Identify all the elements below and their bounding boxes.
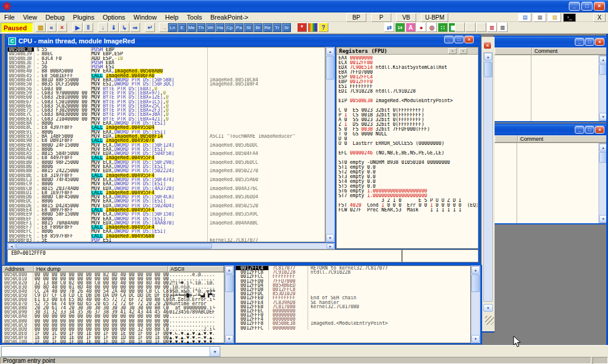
register-line[interactable]: O 0 LastErr ERROR_SUCCESS (00000000) [338,141,477,146]
disasm-row[interactable]: 00508EC9.8B06MOV EAX,DWORD PTR DS:[ESI] [8,182,325,186]
register-line[interactable]: A 0 SS 0023 32bit 0(FFFFFFFF) [338,118,477,122]
disasm-row[interactable]: 00508EF7.E8 F896F8FFCALL ImageRed.004955… [8,225,325,229]
register-line[interactable]: C 0 ES 0023 32bit 0(FFFFFFFF) [338,108,477,113]
plugin-button-vb[interactable]: VB [396,13,416,22]
hexdump-scrollbar[interactable]: ▲ ▼ [224,265,234,343]
menu-plugins[interactable]: Plugins [69,13,99,21]
plugin-button-ubpm[interactable]: U-BPM [421,13,448,22]
breakpoint-list-icon[interactable]: ≣ [487,23,497,32]
register-line[interactable]: ST5 empty 0.0 [338,184,477,189]
notes-icon[interactable]: ▤ [518,13,531,22]
register-line[interactable]: S 0 FS 003B 32bit 7FFDF000(FFF) [338,127,477,132]
register-line[interactable]: FCW 027F Prec NEAR,53 Mask 1 1 1 1 1 1 [338,208,477,213]
scroll-up-icon[interactable]: ▲ [471,266,480,274]
disasm-row[interactable]: 00508EFE.E8 8597F8FFCALL ImageRed.004956… [8,234,325,238]
register-line[interactable]: ST1 empty 0.0 [338,165,477,170]
menu-tools[interactable]: Tools [183,13,207,21]
register-line[interactable]: Z 1 DS 0023 32bit 0(FFFFFFFF) [338,122,477,127]
toolbar-wi-button[interactable]: Wi [206,23,215,32]
stack-pane[interactable]: 0012FFC47C817077RETURN to kernel32.7C817… [235,265,471,343]
close-button[interactable]: × [594,2,605,11]
stack-row[interactable]: 0012FFF800508E38ImageRed.<ModuleEntryPoi… [236,321,470,325]
stack-scrollbar[interactable]: ▲ ▼ [471,265,480,343]
pause-icon[interactable]: ‖ [83,23,93,32]
maximize-icon[interactable]: □ [585,126,594,134]
scroll-down-icon[interactable]: ▼ [326,234,334,242]
registers-next-icon[interactable]: ‹ [459,48,467,54]
stack-row[interactable]: 0012FFCCFFFFFFFF [236,274,470,278]
register-line[interactable]: EAX 00000000 [338,56,477,61]
calculator-icon[interactable]: ▦ [533,13,546,22]
hexdump-row[interactable]: 0050C00000 00 00 00 00 00 00 00 82 8D 40… [2,273,224,277]
scroll-down-icon[interactable]: ▼ [225,335,233,343]
disasm-row[interactable]: 00508E45.E8 56B1EFFFCALL ImageRed.00406F… [8,74,325,78]
console-icon[interactable]: ›_ [563,13,576,22]
disasm-row[interactable]: 00508E75.C683 F3020000 00MOV BYTE PTR DS… [8,108,325,112]
open-file-icon[interactable]: ▨ [36,23,46,32]
comment-window-2-titlebar[interactable]: _ □ × [495,125,608,135]
options-gear-icon[interactable]: * [297,23,307,32]
register-line[interactable]: ST3 empty 0.0 [338,175,477,179]
disasm-row[interactable]: 00508E6E.C683 5C020000 00MOV BYTE PTR DS… [8,104,325,108]
menu-help[interactable]: Help [161,13,183,21]
stack-row[interactable]: 0012FFD80012FFC8 [236,287,470,292]
main-titlebar[interactable]: _ □ × [0,0,608,12]
menu-debug[interactable]: Debug [41,13,68,21]
scroll-up-icon[interactable]: ▲ [326,48,334,55]
disasm-row[interactable]: 00508E91.8B06MOV EAX,DWORD PTR DS:[ESI] [8,130,325,134]
disasm-row[interactable]: 00508EA3.8B06MOV EAX,DWORD PTR DS:[ESI] [8,147,325,151]
disasm-row[interactable]: 00508E8A.8B06MOV EAX,DWORD PTR DS:[ESI] [8,121,325,125]
register-line[interactable]: P 1 CS 001B 32bit 0(FFFFFFFF) [338,113,477,118]
hexdump-row[interactable]: 0050C07052 75 6E 74 69 6D 65 20 65 72 72… [2,302,224,306]
disassembly-pane[interactable]: 00508E38$55PUSH EBP00508E39.8BECMOV EBP,… [7,47,325,242]
hexdump-row[interactable]: 0050C060E1 E3 00 E4 E5 8D 40 00 45 72 72… [2,297,224,302]
close-program-icon[interactable]: × [57,23,67,32]
toolbar-cp-button[interactable]: Cp [225,23,234,32]
register-line[interactable]: ST2 empty 0.0 [338,170,477,175]
blank-button[interactable] [476,23,486,32]
hexdump-row[interactable]: 0050C0E01F 00 1C 00 1F 00 1E 00 1F 00 1E… [2,331,224,335]
blank-button[interactable] [466,23,476,32]
disasm-row[interactable]: 00508EE4.E8 0B97F8FFCALL ImageRed.004955… [8,208,325,212]
disasm-row[interactable]: 00508EBE.E8 3197F8FFCALL ImageRed.004955… [8,173,325,178]
command-combobox[interactable]: ▼ [1,346,220,357]
disasm-row[interactable]: 00508E93.BA 14BF5000MOV EDX,ImageRed.005… [8,134,325,138]
scroll-up-icon[interactable]: ▲ [484,53,492,61]
toolbar-th-button[interactable]: Th [197,23,205,32]
disasm-row[interactable]: 00508EF1.8B15 70A84A00MOV EDX,DWORD PTR … [8,221,325,225]
disasm-row[interactable]: 00508E40.B8 B0BA5000MOV EAX,ImageRed.005… [8,69,325,73]
stack-row[interactable]: 0012FFD48054B6ED [236,283,470,287]
register-line[interactable] [338,156,477,160]
minimize-icon[interactable]: _ [444,36,454,43]
register-line[interactable]: ST4 empty 0.0 [338,179,477,184]
run-icon[interactable]: ▶ [72,23,83,32]
menu-breakpoint[interactable]: BreakPoint-> [206,13,252,21]
comment-window-1[interactable]: _ □ × Comment ▲ ▼ [493,36,608,122]
maximize-icon[interactable]: □ [454,36,464,43]
minimize-button[interactable]: _ [569,2,580,11]
stack-row[interactable]: 0012FFEC00000000 [236,309,470,313]
blank-button[interactable] [455,23,465,32]
menu-view[interactable]: View [19,13,42,21]
resize-grip[interactable] [485,316,494,325]
disasm-row[interactable]: 00508EFC.8B06MOV EAX,DWORD PTR DS:[ESI] [8,229,325,233]
register-line[interactable]: EDX 7C90E514 ntdll.KiFastSystemCallRet [338,65,477,70]
disasm-row[interactable]: 00508E8C.E8 4397F8FFCALL ImageRed.004955… [8,125,325,129]
minimize-icon[interactable]: _ [575,126,584,134]
disasm-row[interactable]: 00508EB8.8B15 24225000MOV EDX,DWORD PTR … [8,169,325,173]
animate-into-icon[interactable]: ↳ [119,23,129,32]
toolbar-me-button[interactable]: Me [187,23,196,32]
info-pane[interactable]: EBP=0012FFF0 [7,249,402,262]
stack-row[interactable]: 0012FFD07FFD7000 [236,279,470,283]
disasm-row[interactable]: 00508EEF.8B06MOV EAX,DWORD PTR DS:[ESI] [8,217,325,221]
disasm-row[interactable]: 00508E3B.83C4 F0ADD ESP,-10 [8,56,325,61]
disasm-row[interactable]: 00508EDC.8B06MOV EAX,DWORD PTR DS:[ESI] [8,199,325,203]
disasm-row[interactable]: 00508E60.C683 2E010000 00MOV BYTE PTR DS… [8,95,325,99]
swap-arrows-icon[interactable]: ⇄ [384,23,394,32]
green-14-icon[interactable]: 14 [395,23,405,32]
hexdump-row[interactable]: 0050C1001F 00 1F 00 1F 00 1E 00 1F 00 1F… [2,340,224,344]
cpu-titlebar[interactable]: C CPU - main thread, module ImageRed _ □… [6,36,480,46]
close-icon[interactable]: × [464,36,474,43]
disasm-row[interactable]: 00508EA5.8B15 584F5000MOV EDX,DWORD PTR … [8,151,325,156]
register-line[interactable]: ST7 empty 1.0000000000000000000 [338,194,477,198]
